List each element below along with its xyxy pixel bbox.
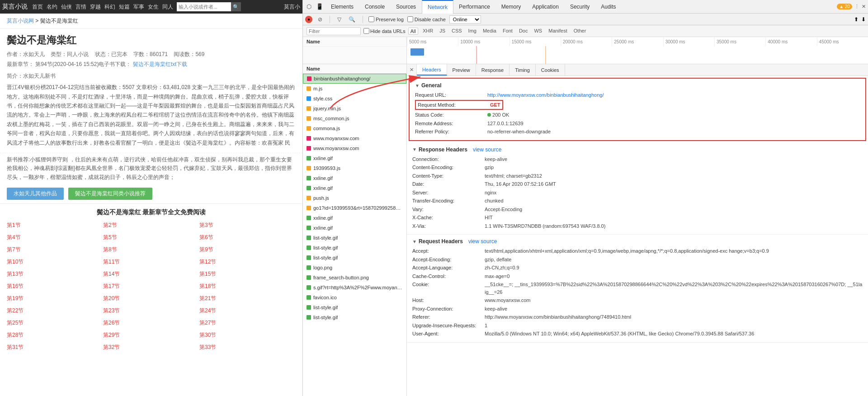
nav-junshi[interactable]: 军事: [133, 3, 144, 11]
chapter-link[interactable]: 第13节: [7, 269, 103, 279]
file-item[interactable]: www.moyanxsw.com: [303, 143, 406, 153]
chapter-link[interactable]: 第14节: [103, 269, 199, 279]
site-name[interactable]: 莫言小说: [2, 3, 28, 11]
author-works-btn[interactable]: 水如天儿其他作品: [7, 188, 64, 200]
close-request-tab[interactable]: ✕: [407, 64, 417, 75]
nav-mingque[interactable]: 名约: [47, 3, 57, 11]
chapter-link[interactable]: 第18节: [199, 281, 296, 292]
chapter-link[interactable]: 第1节: [7, 220, 103, 231]
disable-cache-checkbox[interactable]: Disable cache: [407, 16, 446, 22]
preserve-log-checkbox[interactable]: Preserve log: [368, 16, 404, 22]
chapter-link[interactable]: 第26节: [103, 318, 199, 328]
nav-nüsheng[interactable]: 女生: [148, 3, 159, 11]
devtools-tab-performance[interactable]: Performance: [453, 0, 496, 14]
filter-img[interactable]: Img: [467, 28, 478, 35]
chapter-link[interactable]: 第28节: [7, 330, 103, 340]
filter-js[interactable]: JS: [438, 28, 447, 35]
sub-tab-timing[interactable]: Timing: [509, 64, 536, 75]
chapter-link[interactable]: 第8节: [103, 245, 199, 255]
sub-tab-headers[interactable]: Headers: [417, 64, 447, 75]
device-icon[interactable]: 📱: [316, 3, 323, 10]
chapter-link[interactable]: 第10节: [7, 257, 103, 267]
chapter-link[interactable]: 第11节: [103, 257, 199, 267]
more-icon[interactable]: ⋮: [854, 4, 859, 9]
nav-yanqing[interactable]: 言情: [75, 3, 86, 11]
chapter-link[interactable]: 第15节: [199, 269, 296, 279]
filter-ws[interactable]: WS: [532, 28, 544, 35]
file-item[interactable]: 19399593.js: [303, 163, 406, 173]
filter-all[interactable]: All: [408, 28, 418, 35]
record-btn[interactable]: ●: [305, 16, 312, 23]
chapter-link[interactable]: 第5节: [103, 232, 199, 243]
nav-home[interactable]: 首页: [32, 3, 43, 11]
nav-tongren[interactable]: 同人: [162, 3, 173, 11]
chapter-link[interactable]: 第27节: [199, 318, 296, 328]
chapter-link[interactable]: 第4节: [7, 232, 103, 243]
chapter-link[interactable]: 第6节: [199, 232, 296, 243]
hide-data-urls-checkbox[interactable]: Hide data URLs: [363, 28, 406, 34]
file-item[interactable]: list-style.gif: [303, 233, 406, 243]
view-source-response[interactable]: view source: [473, 146, 501, 153]
close-icon[interactable]: ✕: [862, 4, 866, 9]
file-item[interactable]: favicon.ico: [303, 292, 406, 302]
filter-icon[interactable]: ▽: [335, 15, 343, 24]
filter-css[interactable]: CSS: [450, 28, 464, 35]
nav-duanpian[interactable]: 短篇: [119, 3, 130, 11]
breadcrumb-home[interactable]: 莫言小说网: [7, 18, 34, 24]
chapter-link[interactable]: 第12节: [199, 257, 296, 267]
sub-tab-response[interactable]: Response: [476, 64, 510, 75]
sub-tab-preview[interactable]: Preview: [447, 64, 476, 75]
nav-xianxia[interactable]: 仙侠: [61, 3, 72, 11]
file-item[interactable]: push.js: [303, 193, 406, 203]
chapter-link[interactable]: 第23节: [103, 306, 199, 316]
throttle-select[interactable]: Online Fast 3G Slow 3G Offline: [449, 15, 481, 24]
file-item[interactable]: frame_search-button.png: [303, 273, 406, 283]
chapter-link[interactable]: 第17节: [103, 281, 199, 292]
file-item[interactable]: s.gif?rt=http%3A%2F%2Fwww.moyanxsw.com%2…: [303, 283, 406, 292]
filter-input[interactable]: [307, 27, 361, 35]
clear-btn[interactable]: ⊘: [316, 15, 324, 24]
filter-other[interactable]: Other: [572, 28, 588, 35]
file-item[interactable]: xxline.gif: [303, 213, 406, 223]
chapter-link[interactable]: 第33节: [199, 342, 296, 353]
chapter-link[interactable]: 第9节: [199, 245, 296, 255]
view-source-request[interactable]: view source: [468, 238, 497, 245]
filter-xhr[interactable]: XHR: [421, 28, 435, 35]
file-item[interactable]: go1?id=19399593&rt=15870299925828&rli=19…: [303, 203, 406, 213]
devtools-tab-sources[interactable]: Sources: [391, 0, 422, 14]
sub-tab-cookies[interactable]: Cookies: [536, 64, 565, 75]
filter-media[interactable]: Media: [481, 28, 498, 35]
file-item[interactable]: list-style.gif: [303, 302, 406, 312]
devtools-tab-application[interactable]: Application: [527, 0, 565, 14]
file-item[interactable]: style.css: [303, 94, 406, 104]
import-icon[interactable]: ⬆: [854, 16, 859, 23]
search-icon[interactable]: 🔍: [347, 15, 357, 24]
chapter-link[interactable]: 第20节: [103, 293, 199, 304]
chapter-link[interactable]: 第7节: [7, 245, 103, 255]
file-item[interactable]: xxline.gif: [303, 153, 406, 163]
nav-chuanyue[interactable]: 穿越: [90, 3, 101, 11]
chapter-link[interactable]: 第16节: [7, 281, 103, 292]
chapter-link[interactable]: 第30节: [199, 330, 296, 340]
filter-font[interactable]: Font: [501, 28, 514, 35]
search-input[interactable]: [177, 2, 231, 11]
file-item[interactable]: logo.png: [303, 263, 406, 273]
devtools-tab-audits[interactable]: Audits: [595, 0, 622, 14]
file-item[interactable]: binbianbushihaitanghong/: [303, 74, 406, 84]
file-item[interactable]: m.js: [303, 84, 406, 94]
file-item[interactable]: list-style.gif: [303, 243, 406, 253]
chapter-link[interactable]: 第29节: [103, 330, 199, 340]
file-item[interactable]: msc_common.js: [303, 113, 406, 123]
search-button[interactable]: 🔍: [231, 2, 241, 11]
chapter-link[interactable]: 第25节: [7, 318, 103, 328]
file-item[interactable]: xxline.gif: [303, 223, 406, 233]
chapter-link[interactable]: 第21节: [199, 293, 296, 304]
devtools-tab-console[interactable]: Console: [359, 0, 391, 14]
devtools-tab-elements[interactable]: Elements: [326, 0, 359, 14]
file-item[interactable]: list-style.gif: [303, 253, 406, 263]
devtools-tab-memory[interactable]: Memory: [496, 0, 527, 14]
devtools-tab-security[interactable]: Security: [565, 0, 595, 14]
similar-books-btn[interactable]: 鬓边不是海棠红同类小说推荐: [68, 188, 152, 200]
filter-doc[interactable]: Doc: [517, 28, 530, 35]
inspect-icon[interactable]: ⬡: [305, 3, 312, 10]
